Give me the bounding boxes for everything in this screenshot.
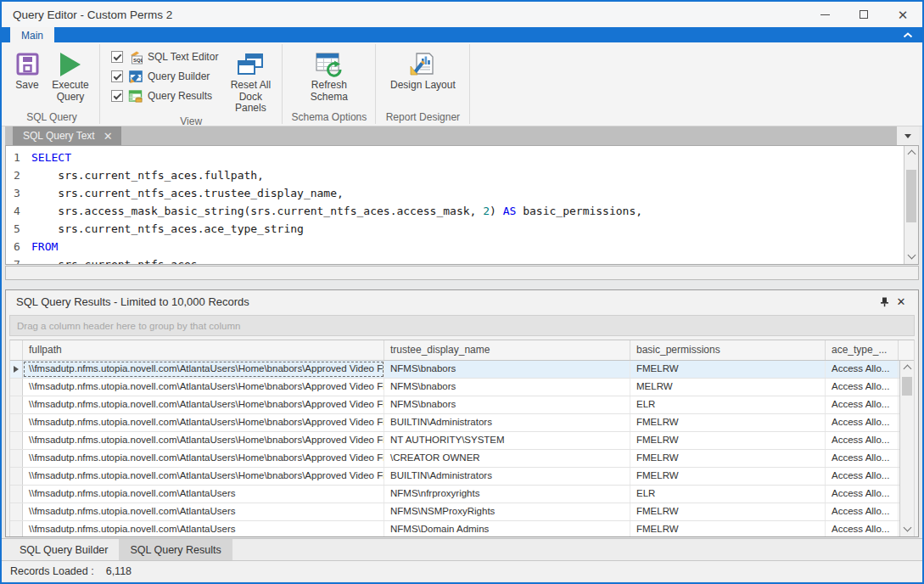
cell-trustee-display-name[interactable]: NFMS\bnabors xyxy=(384,396,630,413)
cell-basic-permissions[interactable]: FMELRW xyxy=(630,414,826,431)
scrollbar-thumb[interactable] xyxy=(906,170,916,222)
tab-close-icon[interactable]: ✕ xyxy=(104,130,113,143)
scroll-down-icon[interactable] xyxy=(904,524,912,532)
cell-trustee-display-name[interactable]: NFMS\bnabors xyxy=(384,379,630,396)
code-line[interactable]: 2 srs.current_ntfs_aces.fullpath, xyxy=(6,166,904,184)
cell-fullpath[interactable]: \\fmsadutp.nfms.utopia.novell.com\Atlant… xyxy=(23,379,384,396)
design-layout-button[interactable]: Design Layout xyxy=(389,45,456,92)
column-header-ace-type[interactable]: ace_type_... xyxy=(826,340,899,360)
cell-fullpath[interactable]: \\fmsadutp.nfms.utopia.novell.com\Atlant… xyxy=(23,396,384,413)
cell-basic-permissions[interactable]: FMELRW xyxy=(630,450,826,467)
tab-sql-query-results[interactable]: SQL Query Results xyxy=(119,539,232,560)
grid-vertical-scrollbar[interactable] xyxy=(899,361,914,536)
tab-sql-query-text[interactable]: SQL Query Text ✕ xyxy=(13,126,121,145)
code-line[interactable]: 3 srs.current_ntfs_aces.trustee_display_… xyxy=(6,184,904,202)
cell-fullpath[interactable]: \\fmsadutp.nfms.utopia.novell.com\Atlant… xyxy=(23,486,384,503)
table-row[interactable]: \\fmsadutp.nfms.utopia.novell.com\Atlant… xyxy=(10,379,914,396)
cell-trustee-display-name[interactable]: NFMS\Domain Admins xyxy=(384,521,630,536)
cell-trustee-display-name[interactable]: NT AUTHORITY\SYSTEM xyxy=(384,432,630,449)
scroll-down-icon[interactable] xyxy=(908,251,916,260)
cell-basic-permissions[interactable]: FMELRW xyxy=(630,432,826,449)
refresh-schema-button[interactable]: Refresh Schema xyxy=(295,45,363,103)
cell-basic-permissions[interactable]: MELRW xyxy=(630,379,826,396)
cell-fullpath[interactable]: \\fmsadutp.nfms.utopia.novell.com\Atlant… xyxy=(23,432,384,449)
table-row[interactable]: \\fmsadutp.nfms.utopia.novell.com\Atlant… xyxy=(10,396,914,414)
cell-trustee-display-name[interactable]: BUILTIN\Administrators xyxy=(384,414,630,431)
cell-ace-type[interactable]: Access Allo... xyxy=(826,379,899,396)
column-header-basic-permissions[interactable]: basic_permissions xyxy=(630,340,826,360)
scrollbar-thumb[interactable] xyxy=(902,377,912,396)
checkbox-query-results[interactable]: Query Results xyxy=(111,89,218,103)
maximize-button[interactable] xyxy=(844,2,883,27)
cell-fullpath[interactable]: \\fmsadutp.nfms.utopia.novell.com\Atlant… xyxy=(23,503,384,520)
table-row[interactable]: \\fmsadutp.nfms.utopia.novell.com\Atlant… xyxy=(10,432,914,450)
sql-code[interactable]: 1SELECT2 srs.current_ntfs_aces.fullpath,… xyxy=(6,146,904,264)
code-token: srs.current_ntfs_aces xyxy=(31,256,198,264)
cell-ace-type[interactable]: Access Allo... xyxy=(826,432,899,449)
cell-ace-type[interactable]: Access Allo... xyxy=(826,361,899,378)
cell-fullpath[interactable]: \\fmsadutp.nfms.utopia.novell.com\Atlant… xyxy=(23,361,384,378)
cell-ace-type[interactable]: Access Allo... xyxy=(826,468,899,485)
reset-dock-panels-button[interactable]: Reset All Dock Panels xyxy=(223,45,277,115)
cell-ace-type[interactable]: Access Allo... xyxy=(826,486,899,503)
scroll-up-icon[interactable] xyxy=(904,365,912,373)
ribbon-collapse-button[interactable] xyxy=(900,29,916,41)
cell-fullpath[interactable]: \\fmsadutp.nfms.utopia.novell.com\Atlant… xyxy=(23,414,384,431)
cell-basic-permissions[interactable]: FMELRW xyxy=(630,521,826,536)
table-row[interactable]: \\fmsadutp.nfms.utopia.novell.com\Atlant… xyxy=(10,468,914,486)
code-line[interactable]: 4 srs.access_mask_basic_string(srs.curre… xyxy=(6,202,904,220)
cell-ace-type[interactable]: Access Allo... xyxy=(826,521,899,536)
cell-trustee-display-name[interactable]: NFMS\NSMProxyRights xyxy=(384,503,630,520)
code-line[interactable]: 5 srs.current_ntfs_aces.ace_type_string xyxy=(6,220,904,238)
cell-fullpath[interactable]: \\fmsadutp.nfms.utopia.novell.com\Atlant… xyxy=(23,468,384,485)
cell-ace-type[interactable]: Access Allo... xyxy=(826,450,899,467)
cell-trustee-display-name[interactable]: BUILTIN\Administrators xyxy=(384,468,630,485)
sql-text-editor[interactable]: 1SELECT2 srs.current_ntfs_aces.fullpath,… xyxy=(5,145,919,265)
cell-trustee-display-name[interactable]: \CREATOR OWNER xyxy=(384,450,630,467)
cell-ace-type[interactable]: Access Allo... xyxy=(826,503,899,520)
table-row[interactable]: \\fmsadutp.nfms.utopia.novell.com\Atlant… xyxy=(10,486,914,503)
table-row[interactable]: \\fmsadutp.nfms.utopia.novell.com\Atlant… xyxy=(10,414,914,432)
code-line[interactable]: 6FROM xyxy=(6,238,904,256)
tab-sql-query-builder[interactable]: SQL Query Builder xyxy=(8,539,119,560)
tab-list-dropdown-button[interactable] xyxy=(897,126,919,145)
tab-main[interactable]: Main xyxy=(10,27,54,42)
panel-splitter[interactable] xyxy=(2,280,922,289)
code-line[interactable]: 1SELECT xyxy=(6,149,904,166)
cell-fullpath[interactable]: \\fmsadutp.nfms.utopia.novell.com\Atlant… xyxy=(23,450,384,467)
cell-ace-type[interactable]: Access Allo... xyxy=(826,396,899,413)
execute-query-button[interactable]: Execute Query xyxy=(46,45,95,103)
save-button[interactable]: Save xyxy=(8,45,46,92)
cell-ace-type[interactable]: Access Allo... xyxy=(826,414,899,431)
close-icon: ✕ xyxy=(898,8,909,21)
editor-horizontal-scrollbar[interactable] xyxy=(5,266,919,280)
code-line[interactable]: 7 srs.current_ntfs_aces xyxy=(6,256,904,264)
cell-basic-permissions[interactable]: FMELRW xyxy=(630,361,826,378)
ribbon-separator xyxy=(375,44,376,124)
table-row[interactable]: \\fmsadutp.nfms.utopia.novell.com\Atlant… xyxy=(10,503,914,521)
minimize-button[interactable] xyxy=(805,2,844,27)
close-panel-button[interactable]: ✕ xyxy=(893,295,910,310)
pin-panel-button[interactable] xyxy=(876,295,893,310)
ribbon-group-schema-options: Refresh Schema Schema Options xyxy=(283,42,374,126)
close-button[interactable]: ✕ xyxy=(883,2,922,27)
cell-fullpath[interactable]: \\fmsadutp.nfms.utopia.novell.com\Atlant… xyxy=(23,521,384,536)
table-row[interactable]: \\fmsadutp.nfms.utopia.novell.com\Atlant… xyxy=(10,450,914,468)
row-indicator-cell xyxy=(10,414,23,431)
cell-basic-permissions[interactable]: FMELRW xyxy=(630,503,826,520)
editor-vertical-scrollbar[interactable] xyxy=(904,146,918,264)
cell-trustee-display-name[interactable]: NFMS\nfrproxyrights xyxy=(384,486,630,503)
checkbox-query-builder[interactable]: Query Builder xyxy=(111,70,218,83)
table-row[interactable]: \\fmsadutp.nfms.utopia.novell.com\Atlant… xyxy=(10,521,914,536)
cell-trustee-display-name[interactable]: NFMS\bnabors xyxy=(384,361,630,378)
group-by-drop-zone[interactable]: Drag a column header here to group by th… xyxy=(9,315,915,336)
cell-basic-permissions[interactable]: ELR xyxy=(630,486,826,503)
code-token: srs.current_ntfs_aces.trustee_display_na… xyxy=(31,184,344,202)
cell-basic-permissions[interactable]: FMELRW xyxy=(630,468,826,485)
cell-basic-permissions[interactable]: ELR xyxy=(630,396,826,413)
table-row[interactable]: \\fmsadutp.nfms.utopia.novell.com\Atlant… xyxy=(10,361,914,379)
column-header-fullpath[interactable]: fullpath xyxy=(23,340,384,360)
column-header-trustee-display-name[interactable]: trustee_display_name xyxy=(384,340,630,360)
checkbox-sql-text-editor[interactable]: SQL SQL Text Editor xyxy=(111,50,218,64)
scroll-up-icon[interactable] xyxy=(908,150,916,159)
